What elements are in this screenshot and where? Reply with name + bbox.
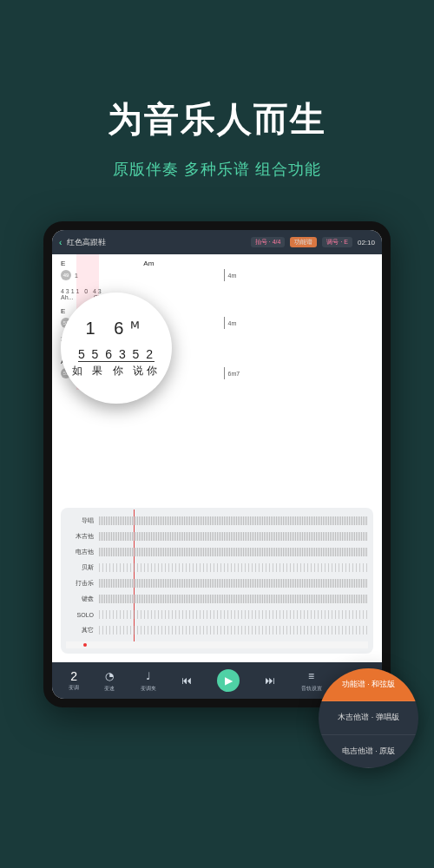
song-title: 红色高跟鞋 — [67, 237, 106, 248]
popup-option[interactable]: 木吉他谱 · 弹唱版 — [319, 701, 418, 734]
track-row[interactable]: 打击乐 — [66, 575, 368, 591]
track-row[interactable]: 其它 — [66, 622, 368, 638]
skip-forward-icon: ⏭ — [262, 673, 278, 688]
track-row[interactable]: SOLO — [66, 607, 368, 622]
time-display: 02:10 — [358, 239, 375, 247]
magnifier-zoom: 1 6ᴹ 5 5 6 3 5 2 如 果 你 说你 — [61, 293, 172, 404]
magnifier-notes: 5 5 6 3 5 2 — [78, 347, 155, 362]
mixer-button[interactable]: ≡ 音轨设置 — [301, 668, 322, 693]
hero-subtitle: 原版伴奏 多种乐谱 组合功能 — [0, 159, 434, 180]
sheet-popup-menu: 功能谱 · 和弦版 木吉他谱 · 弹唱版 电吉他谱 · 原版 — [319, 668, 418, 768]
capo-icon: ♩ — [141, 668, 156, 684]
notation-cell: 4m — [228, 273, 374, 279]
timeline-position-icon[interactable] — [83, 643, 87, 647]
app-screen: ‹ 红色高跟鞋 拍号 · 4/4 功能谱 调号 · E 02:10 E Am 4… — [52, 230, 382, 699]
notation-cell: 4m — [228, 320, 374, 326]
track-row[interactable]: 贝斯 — [66, 560, 368, 575]
back-button[interactable]: ‹ — [59, 238, 62, 247]
next-button[interactable]: ⏭ — [262, 673, 278, 688]
prev-button[interactable]: ⏮ — [179, 673, 194, 688]
track-row[interactable]: 导唱 — [66, 513, 368, 529]
chord-label: E — [61, 307, 65, 315]
time-signature-badge[interactable]: 拍号 · 4/4 — [251, 237, 286, 247]
popup-option[interactable]: 电吉他谱 · 原版 — [319, 735, 418, 768]
play-button[interactable]: ▶ — [217, 669, 240, 692]
track-row[interactable]: 木吉他 — [66, 529, 368, 544]
timeline-scrubber[interactable] — [66, 641, 368, 648]
hero-title: 为音乐人而生 — [0, 95, 434, 143]
magnifier-lyrics: 如 果 你 说你 — [72, 364, 161, 378]
chord-label: E — [61, 260, 65, 267]
key-badge[interactable]: 调号 · E — [322, 237, 352, 247]
speedometer-icon: ◔ — [102, 668, 117, 684]
magnifier-notes: 1 6ᴹ — [86, 318, 148, 339]
skip-back-icon: ⏮ — [179, 673, 194, 688]
track-row[interactable]: 键盘 — [66, 591, 368, 607]
sliders-icon: ≡ — [304, 668, 319, 684]
transpose-control[interactable]: 2 变调 — [69, 669, 79, 692]
sheet-type-badge[interactable]: 功能谱 — [290, 237, 317, 247]
tempo-control[interactable]: ◔ 变速 — [102, 668, 117, 693]
chord-label: Am — [143, 260, 154, 267]
tablet-frame: ‹ 红色高跟鞋 拍号 · 4/4 功能谱 调号 · E 02:10 E Am 4… — [43, 221, 391, 707]
track-row[interactable]: 电吉他 — [66, 544, 368, 560]
track-playhead[interactable] — [134, 510, 135, 641]
bar-number: 49 — [61, 270, 71, 280]
notation-cell: 6m7 — [228, 371, 374, 377]
topbar: ‹ 红色高跟鞋 拍号 · 4/4 功能谱 调号 · E 02:10 — [52, 230, 382, 254]
capo-control[interactable]: ♩ 变调夹 — [141, 668, 156, 693]
play-icon: ▶ — [225, 674, 233, 687]
track-panel: 导唱 木吉他 电吉他 贝斯 打击乐 键盘 SOLO 其它 — [61, 508, 373, 654]
